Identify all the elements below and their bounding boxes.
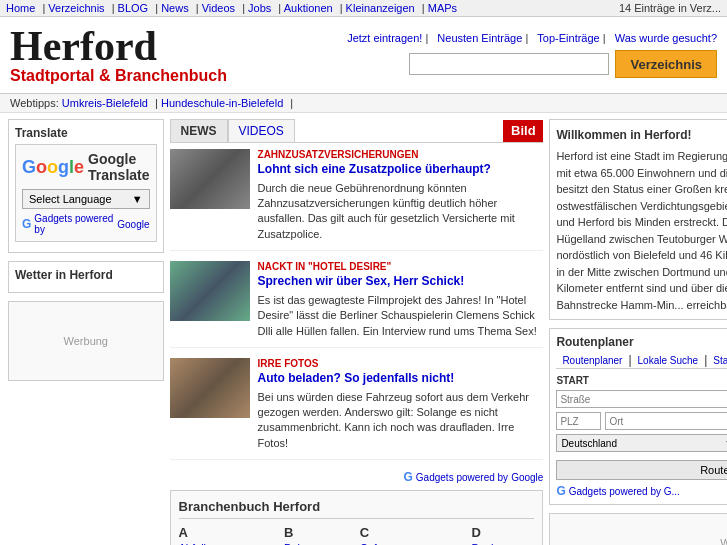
routenplaner-tabs: Routenplaner | Lokale Suche | Stadtpläne…: [556, 353, 727, 369]
gadgets-center-link[interactable]: Gadgets powered by: [416, 472, 508, 483]
news-category-2: NACKT IN "HOTEL DESIRE": [258, 261, 544, 272]
news-category-1: ZAHNZUSATZVERSICHERUNGEN: [258, 149, 544, 160]
rp-tab-routenplaner[interactable]: Routenplaner: [556, 353, 628, 368]
top-bar-right: 14 Einträge in Verz...: [619, 2, 721, 14]
news-thumb-1: [170, 149, 250, 209]
main-layout: Translate Google Google Translate Select…: [0, 113, 727, 545]
nav-blog[interactable]: BLOG: [118, 2, 149, 14]
news-summary-2: Es ist das gewagteste Filmprojekt des Ja…: [258, 293, 544, 339]
gadgets-g-icon-center: G: [404, 470, 413, 484]
news-item-2: NACKT IN "HOTEL DESIRE" Sprechen wir übe…: [170, 261, 544, 348]
webtip-umkreis[interactable]: Umkreis-Bielefeld: [62, 97, 148, 109]
wetter-section: Wetter in Herford: [8, 261, 164, 293]
rp-strasse-row: [556, 390, 727, 408]
nav-home[interactable]: Home: [6, 2, 35, 14]
rp-strasse-start[interactable]: [556, 390, 727, 408]
right-intro-section: Willkommen in Herford! Herford ist eine …: [549, 119, 727, 320]
branchenbuch-title: Branchenbuch Herford: [179, 499, 535, 519]
nav-maps[interactable]: MAPs: [428, 2, 457, 14]
site-title: Herford: [10, 25, 230, 67]
news-item-3: IRRE FOTOS Auto beladen? So jedenfalls n…: [170, 358, 544, 460]
bb-group-B: B Baby, Bad...: [284, 525, 348, 545]
google-gadgets-link[interactable]: Google: [117, 219, 149, 230]
nav-news[interactable]: News: [161, 2, 189, 14]
news-headline-3[interactable]: Auto beladen? So jedenfalls nicht!: [258, 371, 455, 385]
news-headline-1[interactable]: Lohnt sich eine Zusatzpolice überhaupt?: [258, 162, 491, 176]
google-logo: Google: [22, 157, 84, 178]
header-links: Jetzt eintragen! | Neusten Einträge | To…: [341, 32, 717, 44]
searched-link[interactable]: Was wurde gesucht?: [615, 32, 717, 44]
dropdown-arrow-icon: ▼: [132, 193, 143, 205]
news-thumb-2: [170, 261, 250, 321]
bb-item-cafe[interactable]: Cafe,: [360, 540, 460, 545]
news-content-1: ZAHNZUSATZVERSICHERUNGEN Lohnt sich eine…: [258, 149, 544, 242]
nav-auktionen[interactable]: Auktionen: [284, 2, 333, 14]
google-translate-widget: Google Google Translate Select Language …: [15, 144, 157, 242]
google-center-link[interactable]: Google: [511, 472, 543, 483]
gadgets-link[interactable]: Gadgets powered by: [34, 213, 114, 235]
bild-logo: Bild: [503, 120, 543, 142]
bb-group-C: C Cafe, Camping...: [360, 525, 460, 545]
header-search-row: Verzeichnis: [409, 50, 717, 78]
select-language-button[interactable]: Select Language ▼: [22, 189, 150, 209]
rp-plz-row: [556, 412, 727, 430]
right-intro-text: Herford ist eine Stadt im Regierungsbezi…: [556, 148, 727, 313]
tab-news[interactable]: NEWS: [170, 119, 228, 142]
nav-verzeichnis[interactable]: Verzeichnis: [48, 2, 104, 14]
google-translate-brand: Google Google Translate: [22, 151, 150, 183]
news-category-3: IRRE FOTOS: [258, 358, 544, 369]
branchenbuch-grid: A Abfall, Abschleppienst... B Baby, Bad.…: [179, 525, 535, 545]
webtips-bar: Webtipps: Umkreis-Bielefeld | Hundeschul…: [0, 94, 727, 113]
rp-plz-start[interactable]: [556, 412, 601, 430]
tab-videos[interactable]: VIDEOS: [228, 119, 295, 142]
route-berechnen-button[interactable]: Route berechnen: [556, 460, 727, 480]
werbung-section: Werbung: [8, 301, 164, 381]
routenplaner-box: Routenplaner Routenplaner | Lokale Suche…: [549, 328, 727, 505]
center-column: NEWS VIDEOS Bild ZAHNZUSATZVERSICHERUNGE…: [170, 119, 544, 545]
newest-link[interactable]: Neusten Einträge: [437, 32, 522, 44]
news-summary-3: Bei uns würden diese Fahrzeug sofort aus…: [258, 390, 544, 452]
rp-gadgets-link[interactable]: Gadgets powered by G...: [569, 486, 680, 497]
werbung-label: Werbung: [64, 335, 108, 347]
rp-gadgets-bar: G Gadgets powered by G...: [556, 484, 727, 498]
right-intro: Willkommen in Herford! Herford ist eine …: [549, 119, 727, 320]
bb-item-baby[interactable]: Baby,: [284, 540, 348, 545]
rp-tab-stadtplaene[interactable]: Stadtpläne: [707, 353, 727, 368]
webtip-hundeschule[interactable]: Hundeschule-in-Bielefeld: [161, 97, 283, 109]
top-link[interactable]: Top-Einträge: [537, 32, 599, 44]
rp-tab-lokale[interactable]: Lokale Suche: [632, 353, 705, 368]
right-intro-title: Willkommen in Herford!: [556, 126, 727, 144]
logo-area: Herford Stadtportal & Branchenbuch: [10, 25, 230, 85]
news-headline-2[interactable]: Sprechen wir über Sex, Herr Schick!: [258, 274, 465, 288]
bb-item-abfall[interactable]: Abfall,: [179, 540, 273, 545]
news-summary-1: Durch die neue Gebührenordnung könnten Z…: [258, 181, 544, 243]
news-content-2: NACKT IN "HOTEL DESIRE" Sprechen wir übe…: [258, 261, 544, 339]
bb-group-D: D Dach, Darlektei...: [471, 525, 534, 545]
right-column: Willkommen in Herford! Herford ist eine …: [549, 119, 727, 545]
nav-kleinanzeigen[interactable]: Kleinanzeigen: [346, 2, 415, 14]
header-right: Jetzt eintragen! | Neusten Einträge | To…: [230, 32, 717, 78]
news-item-1: ZAHNZUSATZVERSICHERUNGEN Lohnt sich eine…: [170, 149, 544, 251]
rp-start-label: START: [556, 375, 727, 386]
wetter-title: Wetter in Herford: [15, 268, 157, 282]
site-subtitle: Stadtportal & Branchenbuch: [10, 67, 230, 85]
search-input[interactable]: [409, 53, 609, 75]
routenplaner-title: Routenplaner: [556, 335, 727, 349]
bb-group-A: A Abfall, Abschleppienst...: [179, 525, 273, 545]
rp-ort-start[interactable]: [605, 412, 727, 430]
rp-land-start-select[interactable]: Deutschland: [556, 434, 727, 452]
news-content-3: IRRE FOTOS Auto beladen? So jedenfalls n…: [258, 358, 544, 451]
bb-item-dach[interactable]: Dach,: [471, 540, 534, 545]
right-werbung-1-label: Werbung: [720, 537, 727, 545]
news-thumb-3: [170, 358, 250, 418]
translate-title: Translate: [15, 126, 157, 140]
verzeichnis-button[interactable]: Verzeichnis: [615, 50, 717, 78]
top-nav: Home | Verzeichnis | BLOG | News | Video…: [6, 2, 461, 14]
top-bar: Home | Verzeichnis | BLOG | News | Video…: [0, 0, 727, 17]
nav-videos[interactable]: Videos: [202, 2, 235, 14]
register-link[interactable]: Jetzt eintragen!: [347, 32, 422, 44]
select-language-label: Select Language: [29, 193, 112, 205]
right-werbung-1: Werbung: [549, 513, 727, 545]
translate-label: Google Translate: [88, 151, 149, 183]
nav-jobs[interactable]: Jobs: [248, 2, 271, 14]
